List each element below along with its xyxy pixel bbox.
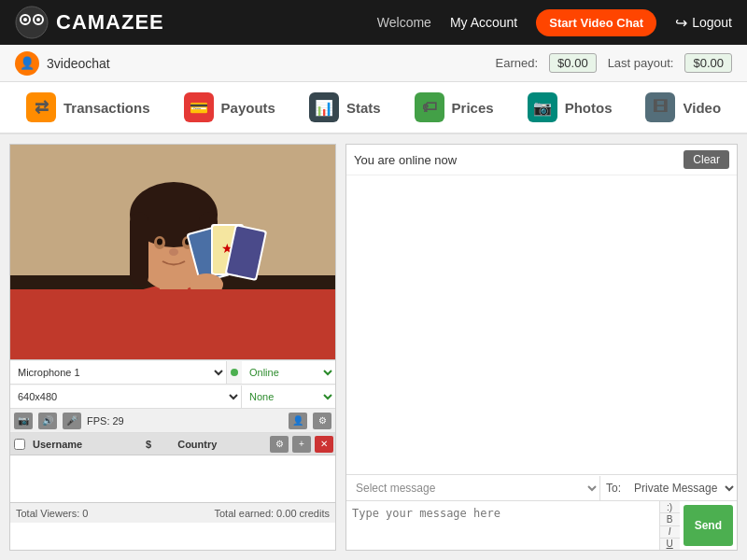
resolution-select[interactable]: 640x480 320x240	[10, 385, 242, 408]
welcome-label: Welcome	[377, 15, 431, 30]
tab-photos[interactable]: 📷 Photos	[511, 85, 629, 130]
send-button[interactable]: Send	[684, 505, 733, 546]
settings-btn[interactable]: ⚙	[313, 413, 331, 429]
logout-button[interactable]: ↪ Logout	[675, 14, 732, 32]
user-info: 👤 3videochat	[15, 51, 496, 76]
to-label: To:	[600, 482, 627, 495]
microphone-row: Microphone 1 Online Offline	[10, 360, 335, 385]
to-select[interactable]: Private Message	[627, 476, 737, 500]
tab-payouts-label: Payouts	[221, 100, 275, 116]
col-dollar: $	[123, 439, 174, 450]
message-select-row: Select message To: Private Message	[346, 475, 737, 501]
user-bar: 👤 3videochat Earned: $0.00 Last payout: …	[0, 45, 747, 82]
tab-prices[interactable]: 🏷 Prices	[398, 85, 511, 130]
status-select[interactable]: Online Offline	[242, 361, 335, 384]
camera-btn[interactable]: 📷	[14, 413, 33, 429]
last-payout-value: $0.00	[684, 53, 732, 73]
tab-transactions-label: Transactions	[63, 100, 150, 116]
start-video-chat-button[interactable]: Start Video Chat	[536, 9, 656, 36]
user-table-header: Username $ Country ⚙ + ✕	[10, 433, 335, 455]
send-button-wrap: Send	[680, 501, 737, 550]
tab-transactions[interactable]: ⇄ Transactions	[9, 85, 167, 130]
chat-body	[346, 175, 737, 474]
fps-bar: 📷 🔊 🎤 FPS: 29 👤 ⚙	[10, 409, 335, 433]
total-viewers: Total Viewers: 0	[16, 508, 88, 519]
video-svg: ★	[10, 145, 335, 359]
clear-chat-button[interactable]: Clear	[684, 150, 729, 169]
prices-icon: 🏷	[415, 92, 444, 122]
tab-stats-label: Stats	[346, 100, 381, 116]
svg-point-18	[169, 248, 178, 256]
tab-prices-label: Prices	[452, 100, 494, 116]
user-add-btn[interactable]: 👤	[289, 413, 307, 429]
stats-icon: 📊	[309, 92, 339, 122]
message-textarea[interactable]	[346, 501, 659, 550]
earned-label: Earned:	[496, 56, 539, 70]
svg-point-3	[23, 18, 27, 21]
col-country: Country	[174, 439, 268, 450]
online-status-text: You are online now	[354, 153, 457, 167]
video-area: ★	[10, 145, 335, 359]
payouts-icon: 💳	[184, 92, 214, 122]
message-side-buttons: :) B I U	[659, 501, 680, 550]
mode-select[interactable]: None	[242, 385, 335, 408]
logo-text: CAMAZEE	[56, 10, 164, 35]
logo-area: CAMAZEE	[15, 6, 377, 39]
mic-btn[interactable]: 🎤	[63, 413, 81, 429]
svg-rect-27	[10, 289, 335, 359]
microphone-select[interactable]: Microphone 1	[10, 361, 227, 384]
total-earned: Total earned: 0.00 credits	[214, 508, 330, 519]
tab-payouts[interactable]: 💳 Payouts	[167, 85, 292, 130]
chat-header: You are online now Clear	[346, 145, 737, 175]
video-icon: 🎞	[645, 92, 675, 122]
user-avatar: 👤	[15, 51, 39, 76]
bottom-status-bar: Total Viewers: 0 Total earned: 0.00 cred…	[10, 502, 335, 523]
online-dot	[231, 369, 238, 376]
audio-btn[interactable]: 🔊	[38, 413, 57, 429]
message-input-row: :) B I U Send	[346, 501, 737, 550]
resolution-row: 640x480 320x240 None	[10, 385, 335, 409]
chat-footer: Select message To: Private Message :) B …	[346, 474, 737, 550]
main-content: ★ Microphone 1 Online	[0, 134, 747, 560]
table-close-btn[interactable]: ✕	[315, 436, 333, 453]
emoji-btn[interactable]: :)	[660, 501, 680, 513]
my-account-link[interactable]: My Account	[450, 15, 517, 30]
svg-point-4	[36, 18, 40, 21]
table-settings-btn[interactable]: ⚙	[270, 436, 289, 453]
underline-btn[interactable]: U	[660, 539, 680, 550]
right-panel: You are online now Clear Select message …	[345, 144, 738, 551]
earned-value: $0.00	[549, 53, 597, 73]
transactions-icon: ⇄	[26, 92, 56, 122]
tab-video-label: Video	[683, 100, 721, 116]
bold-btn[interactable]: B	[660, 513, 680, 525]
tabs-bar: ⇄ Transactions 💳 Payouts 📊 Stats 🏷 Price…	[0, 82, 747, 134]
last-payout-label: Last payout:	[608, 56, 674, 70]
video-controls: Microphone 1 Online Offline 640x480 320x…	[10, 359, 335, 502]
tab-video[interactable]: 🎞 Video	[628, 85, 738, 130]
svg-point-16	[157, 239, 162, 245]
header-nav: Welcome My Account Start Video Chat ↪ Lo…	[377, 9, 732, 36]
logo-icon	[15, 6, 49, 39]
col-username: Username	[29, 439, 123, 450]
svg-rect-12	[130, 212, 148, 287]
table-add-btn[interactable]: +	[292, 436, 311, 453]
header: CAMAZEE Welcome My Account Start Video C…	[0, 0, 747, 45]
earnings-area: Earned: $0.00 Last payout: $0.00	[496, 53, 732, 73]
tab-stats[interactable]: 📊 Stats	[292, 85, 398, 130]
select-all-checkbox[interactable]	[14, 439, 25, 450]
tab-photos-label: Photos	[565, 100, 613, 116]
left-panel: ★ Microphone 1 Online	[9, 144, 336, 551]
video-feed: ★	[10, 145, 335, 359]
fps-display: FPS: 29	[87, 415, 124, 427]
user-table-body	[10, 455, 335, 502]
username-label: 3videochat	[47, 56, 110, 71]
photos-icon: 📷	[528, 92, 557, 122]
italic-btn[interactable]: I	[660, 526, 680, 539]
message-select[interactable]: Select message	[346, 476, 600, 500]
